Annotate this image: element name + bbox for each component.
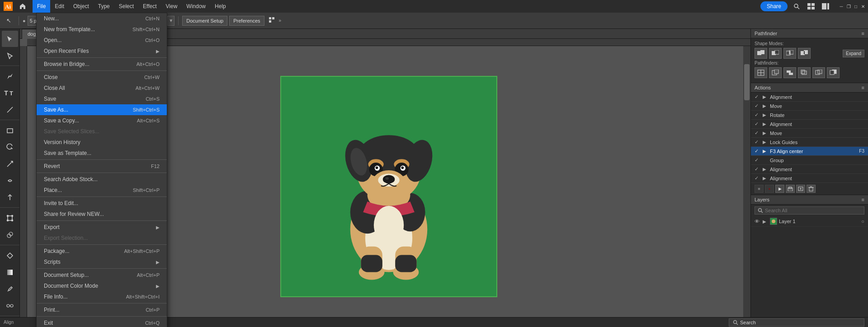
menu-color-mode-label: Document Color Mode (44, 283, 98, 289)
menu-document-setup-label: Document Setup... (44, 272, 89, 278)
menu-right: Share ─ ❐ □ ✕ (760, 1, 866, 12)
menu-print-shortcut: Ctrl+P (146, 307, 160, 313)
arrange-panels-icon[interactable] (806, 1, 816, 12)
menu-share-review[interactable]: Share for Review NEW... (37, 209, 167, 220)
menu-revert-shortcut: F12 (151, 164, 160, 169)
menu-search-stock-label: Search Adobe Stock... (44, 176, 98, 182)
menu-open-label: Open... (44, 37, 61, 43)
menu-sep-7 (37, 244, 167, 245)
menu-save-label: Save (44, 96, 56, 102)
menu-bridge-shortcut: Alt+Ctrl+O (137, 61, 160, 67)
menu-save-shortcut: Ctrl+S (146, 96, 160, 102)
app-icon: Ai (2, 0, 14, 13)
menu-scripts-arrow: ▶ (156, 260, 160, 265)
menu-version-history-label: Version History (44, 139, 80, 145)
svg-rect-7 (811, 7, 815, 9)
maximize-button[interactable]: □ (853, 3, 859, 9)
menu-object[interactable]: Object (69, 0, 94, 13)
menu-place[interactable]: Place... Shift+Ctrl+P (37, 185, 167, 196)
menu-new[interactable]: New... Ctrl+N (37, 13, 167, 24)
svg-rect-9 (827, 3, 829, 9)
menu-bridge[interactable]: Browse in Bridge... Alt+Ctrl+O (37, 59, 167, 70)
menu-open-recent[interactable]: Open Recent Files ▶ (37, 46, 167, 56)
menu-new-template[interactable]: New from Template... Shift+Ctrl+N (37, 24, 167, 35)
search-icon-btn[interactable] (791, 1, 802, 12)
menu-place-shortcut: Shift+Ctrl+P (133, 187, 160, 193)
menu-revert[interactable]: Revert F12 (37, 161, 167, 172)
menu-document-setup-shortcut: Alt+Ctrl+P (137, 272, 160, 278)
menu-window[interactable]: Window (182, 0, 210, 13)
menu-save-as[interactable]: Save As... Shift+Ctrl+S (37, 104, 167, 115)
menu-color-mode[interactable]: Document Color Mode ▶ (37, 280, 167, 291)
menu-sep-9 (37, 303, 167, 304)
menu-sep-1 (37, 57, 167, 58)
svg-rect-5 (811, 3, 815, 6)
svg-rect-6 (807, 7, 811, 9)
close-button[interactable]: ✕ (860, 3, 866, 9)
menu-save-copy-label: Save a Copy... (44, 117, 79, 124)
menu-close-all-label: Close All (44, 85, 65, 91)
menu-document-setup[interactable]: Document Setup... Alt+Ctrl+P (37, 270, 167, 280)
menu-place-label: Place... (44, 187, 62, 193)
share-button[interactable]: Share (760, 1, 788, 11)
menu-view[interactable]: View (161, 0, 182, 13)
menu-close-label: Close (44, 74, 58, 80)
svg-rect-4 (807, 3, 811, 6)
menu-new-template-shortcut: Shift+Ctrl+N (132, 27, 160, 32)
menu-package-shortcut: Alt+Shift+Ctrl+P (124, 248, 160, 254)
menu-sep-4 (37, 173, 167, 173)
menu-exit-shortcut: Ctrl+Q (145, 320, 160, 326)
menu-save-slices: Save Selected Slices... (37, 126, 167, 137)
menu-export[interactable]: Export ▶ (37, 222, 167, 233)
menu-export-label: Export (44, 224, 60, 230)
menu-save-copy-shortcut: Alt+Ctrl+S (137, 118, 160, 123)
menu-effect[interactable]: Effect (138, 0, 161, 13)
menu-save-slices-label: Save Selected Slices... (44, 128, 99, 135)
menu-save[interactable]: Save Ctrl+S (37, 93, 167, 104)
menu-help[interactable]: Help (210, 0, 231, 13)
window-controls: ─ ❐ □ ✕ (838, 3, 866, 9)
menu-package-label: Package... (44, 248, 70, 254)
menu-bridge-label: Browse in Bridge... (44, 61, 90, 67)
menu-sep-6 (37, 220, 167, 221)
menu-close-all[interactable]: Close All Alt+Ctrl+W (37, 83, 167, 93)
home-icon[interactable] (16, 0, 29, 13)
menu-open-recent-arrow: ▶ (156, 49, 160, 54)
menu-invite[interactable]: Invite to Edit... (37, 198, 167, 209)
menu-print[interactable]: Print... Ctrl+P (37, 304, 167, 315)
menu-select[interactable]: Select (114, 0, 138, 13)
menu-save-copy[interactable]: Save a Copy... Alt+Ctrl+S (37, 115, 167, 126)
menu-file[interactable]: File (33, 0, 50, 13)
menu-items: File Edit Object Type Select Effect View… (33, 0, 760, 13)
menu-bar: Ai File Edit Object Type Select Effect V… (0, 0, 868, 13)
svg-text:Ai: Ai (5, 3, 11, 10)
menu-file-info[interactable]: File Info... Alt+Shift+Ctrl+I (37, 291, 167, 302)
menu-file-info-shortcut: Alt+Shift+Ctrl+I (126, 294, 160, 299)
menu-revert-label: Revert (44, 163, 60, 169)
menu-save-template[interactable]: Save as Template... (37, 148, 167, 159)
menu-type[interactable]: Type (94, 0, 114, 13)
menu-edit[interactable]: Edit (50, 0, 69, 13)
svg-rect-8 (822, 3, 826, 9)
menu-export-selection-label: Export Selection... (44, 235, 88, 241)
menu-color-mode-arrow: ▶ (156, 284, 160, 289)
menu-export-selection: Export Selection... (37, 233, 167, 243)
menu-package[interactable]: Package... Alt+Shift+Ctrl+P (37, 246, 167, 257)
menu-close[interactable]: Close Ctrl+W (37, 72, 167, 83)
menu-save-as-shortcut: Shift+Ctrl+S (133, 107, 160, 112)
menu-scripts[interactable]: Scripts ▶ (37, 257, 167, 267)
menu-open[interactable]: Open... Ctrl+O (37, 35, 167, 46)
menu-exit-label: Exit (44, 320, 53, 326)
menu-print-label: Print... (44, 307, 60, 313)
menu-sep-2 (37, 70, 167, 71)
workspace-icon[interactable] (820, 1, 831, 12)
menu-search-stock[interactable]: Search Adobe Stock... (37, 174, 167, 185)
restore-button[interactable]: ❐ (845, 3, 852, 9)
file-menu-overlay[interactable]: New... Ctrl+N New from Template... Shift… (0, 0, 868, 327)
menu-version-history[interactable]: Version History (37, 137, 167, 148)
minimize-button[interactable]: ─ (838, 3, 844, 9)
menu-share-review-label: Share for Review NEW... (44, 211, 104, 217)
menu-new-label: New... (44, 15, 59, 22)
menu-sep-10 (37, 316, 167, 317)
menu-exit[interactable]: Exit Ctrl+Q (37, 318, 167, 327)
